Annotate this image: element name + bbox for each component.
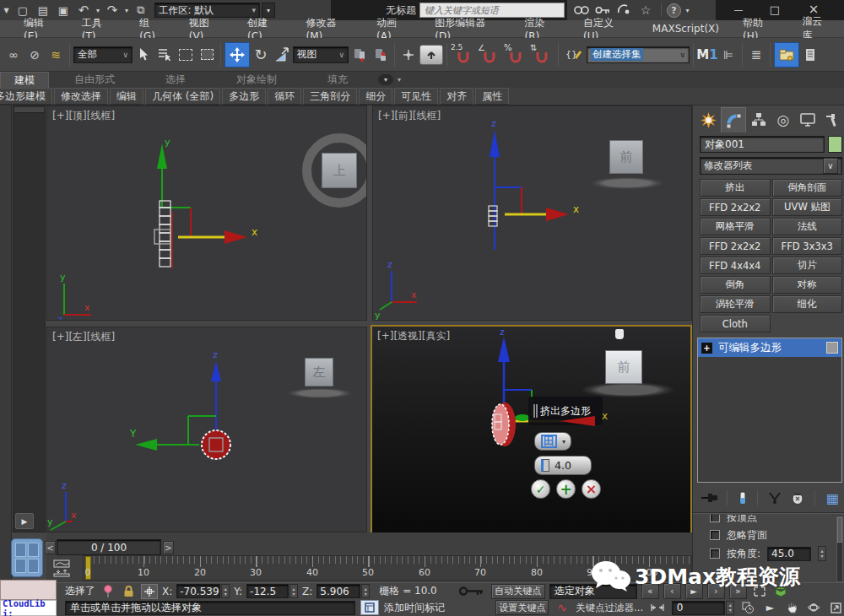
snap-pivot-icon[interactable] (398, 43, 419, 67)
modifier-button-symmetry[interactable]: 对称 (772, 276, 843, 294)
tab-hierarchy-icon[interactable] (747, 108, 771, 132)
add-time-tag-text[interactable]: 添加时间标记 (384, 601, 445, 615)
ribbon-flyout-icon[interactable]: ▾ (398, 76, 401, 84)
key-mode-toggle-icon[interactable] (648, 600, 667, 615)
modifier-button-turbosmooth[interactable]: 涡轮平滑 (700, 295, 771, 313)
angle-value-field[interactable]: 45.0 (767, 547, 811, 561)
modifier-button-uvw-map[interactable]: UVW 贴图 (772, 198, 843, 216)
modifier-button-meshsmooth[interactable]: 网格平滑 (700, 218, 771, 235)
tab-create-icon[interactable] (696, 108, 720, 132)
ribbon-panel-loops[interactable]: 循环 (268, 88, 301, 105)
default-shading-cube-icon[interactable] (772, 584, 789, 599)
ribbon-tab-modeling[interactable]: 建模 (0, 72, 49, 88)
selection-lock-icon[interactable] (120, 584, 137, 599)
align-icon[interactable]: ⊫ (718, 43, 738, 67)
x-spinner[interactable]: ▴▾ (221, 584, 230, 598)
remove-modifier-icon[interactable] (789, 486, 807, 510)
time-slider[interactable]: 0 / 100 (57, 539, 161, 555)
ribbon-panel-visibility[interactable]: 可见性 (394, 88, 438, 105)
modifier-button-slice[interactable]: 切片 (772, 257, 843, 274)
ribbon-tab-populate[interactable]: 填充 (302, 73, 373, 87)
percent-snap-icon[interactable]: % (503, 43, 528, 67)
tab-display-icon[interactable] (796, 108, 820, 132)
ignore-backfacing-row[interactable]: 忽略背面 (693, 526, 844, 544)
reference-coordinate-dropdown[interactable]: 视图 ∨ (293, 46, 349, 63)
caddy-ok-button[interactable]: ✓ (531, 479, 550, 499)
time-forward-button[interactable]: > (163, 541, 174, 554)
modifier-button-extrude[interactable]: 挤出 (700, 179, 771, 197)
tab-utilities-icon[interactable] (820, 108, 844, 132)
use-selection-center-icon[interactable] (371, 43, 391, 67)
select-and-move-icon[interactable] (225, 42, 250, 68)
caddy-apply-button[interactable]: + (556, 479, 576, 499)
named-selection-sets-dropdown[interactable]: 创建选择集 ∨ (587, 46, 690, 63)
modifier-button-tessellate[interactable]: 细化 (772, 295, 843, 313)
modifier-stack-selected-row[interactable]: + 可编辑多边形 (698, 338, 841, 357)
by-angle-row[interactable]: 按角度: 45.0 ▴ ▾ (693, 544, 844, 563)
ribbon-tab-object-paint[interactable]: 对象绘制 (211, 73, 302, 87)
ribbon-panel-subdivision[interactable]: 细分 (359, 88, 392, 105)
ribbon-minimize-icon[interactable]: ▾ (378, 74, 393, 85)
y-coord-field[interactable]: -12.5 (246, 584, 289, 598)
ribbon-tab-selection[interactable]: 选择 (140, 73, 211, 87)
modifier-button-ffd3[interactable]: FFD 3x3x3 (772, 237, 843, 255)
edit-named-selection-sets-icon[interactable]: {} (562, 43, 586, 67)
scrollbar-thumb[interactable] (837, 517, 842, 543)
select-and-scale-icon[interactable] (272, 43, 292, 67)
modifier-list-dropdown[interactable]: 修改器列表 ∨ (700, 157, 842, 175)
modifier-button-cloth[interactable]: Cloth (700, 315, 771, 332)
tab-motion-icon[interactable]: ◎ (771, 108, 795, 132)
sidebar-expand-button[interactable]: ▶ (15, 513, 34, 529)
auto-key-button[interactable]: 自动关键点 (491, 584, 545, 599)
key-filters-button[interactable]: 关键点过滤器... (576, 602, 643, 614)
show-end-result-icon[interactable] (735, 486, 749, 510)
key-filters-curve-icon[interactable]: ∿ (554, 596, 571, 616)
maximize-viewport-toggle-icon[interactable] (827, 600, 844, 615)
snaps-toggle-icon[interactable]: 2.5 (451, 43, 476, 67)
tab-modify-icon[interactable] (721, 107, 746, 132)
caddy-height-field[interactable]: 4.0 (534, 456, 592, 475)
current-frame-field[interactable]: 0 (672, 601, 725, 615)
isolate-selection-pin-icon[interactable] (100, 584, 116, 599)
z-spinner[interactable]: ▴▾ (361, 584, 370, 598)
orbit-icon[interactable] (805, 600, 822, 615)
go-to-start-button[interactable]: « (641, 583, 659, 599)
panel-scrollbar[interactable] (836, 516, 843, 582)
app-menu-button[interactable]: ▼ (0, 0, 13, 22)
ribbon-panel-properties[interactable]: 属性 (475, 88, 509, 105)
time-back-button[interactable]: < (45, 541, 56, 554)
expand-stack-icon[interactable]: + (701, 343, 712, 354)
play-animation-button[interactable]: ► (685, 583, 703, 599)
frame-spinner[interactable]: ▴▾ (726, 601, 734, 615)
ignore-backfacing-checkbox[interactable] (710, 530, 720, 540)
viewport-front[interactable]: [+][前][线框] 前 z x z x y (372, 105, 692, 321)
viewport-perspective[interactable]: [+][透视][真实] 前 z 挤出多边形 x 田 ▾ (371, 325, 692, 538)
configure-modifier-sets-icon[interactable]: ▦ (823, 486, 842, 510)
select-and-rotate-icon[interactable]: ↻ (251, 43, 271, 67)
pan-hand-icon[interactable] (784, 600, 801, 615)
toggle-ribbon-icon[interactable] (774, 42, 799, 68)
selection-filter-dropdown[interactable]: 全部 ∨ (73, 46, 133, 63)
keyboard-shortcut-override-icon[interactable] (419, 45, 443, 65)
select-object-icon[interactable] (133, 43, 154, 67)
previous-frame-button[interactable]: ‹ (663, 583, 681, 599)
cloudlib-badge[interactable]: CloudLib i: (0, 600, 57, 616)
by-vertex-row[interactable]: 按顶点 (693, 515, 844, 526)
angle-snap-icon[interactable]: ∠ (477, 43, 502, 67)
select-and-link-icon[interactable]: ∞ (3, 43, 24, 67)
bind-to-spacewarp-icon[interactable]: ≋ (46, 43, 66, 67)
by-angle-checkbox[interactable] (710, 548, 720, 559)
modifier-button-chamfer[interactable]: 倒角 (700, 276, 771, 294)
layer-manager-icon[interactable]: ≣ (746, 43, 766, 67)
set-key-button[interactable]: 设置关键点 (495, 600, 549, 615)
object-name-field[interactable]: 对象001 (700, 136, 825, 153)
ribbon-panel-edit[interactable]: 编辑 (110, 88, 143, 105)
play-selected-button[interactable]: ► (761, 600, 779, 616)
angle-spinner[interactable]: ▴ ▾ (818, 546, 826, 561)
by-vertex-checkbox[interactable] (710, 515, 720, 522)
go-to-end-button[interactable]: » (729, 583, 747, 599)
viewport-left[interactable]: [+][左][线框] 左 z Y z y x (46, 327, 367, 532)
modifier-button-ffd4[interactable]: FFD 4x4x4 (700, 257, 771, 274)
next-frame-button[interactable]: › (707, 583, 725, 599)
caddy-group-dropdown[interactable]: 田 ▾ (534, 432, 571, 451)
